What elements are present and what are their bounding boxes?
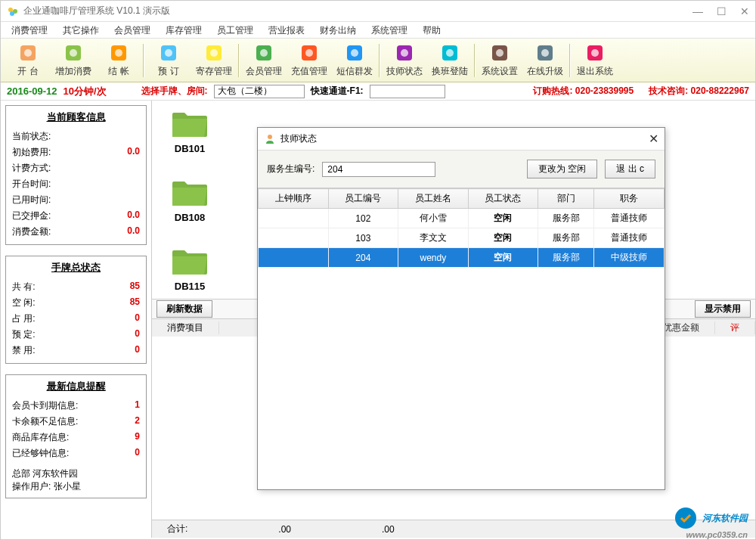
toolbar-预订[interactable]: 预 订 — [146, 40, 191, 81]
toolbar-icon — [17, 42, 39, 64]
toolbar-结帐[interactable]: 结 帐 — [96, 40, 141, 81]
toolbar-icon — [203, 42, 225, 64]
dialog-icon — [264, 133, 276, 145]
minimize-button[interactable]: — — [692, 5, 703, 17]
toolbar-icon — [439, 42, 460, 64]
toolbar-icon — [253, 42, 274, 64]
menu-帮助[interactable]: 帮助 — [415, 22, 448, 38]
toolbar-系统设置[interactable]: 系统设置 — [477, 40, 522, 81]
toolbar-短信群发[interactable]: 短信群发 — [332, 40, 377, 81]
toolbar-icon — [584, 42, 606, 64]
toolbar-会员管理[interactable]: 会员管理 — [241, 40, 287, 81]
show-banned-button[interactable]: 显示禁用 — [695, 300, 751, 318]
svg-point-12 — [210, 49, 218, 57]
status-title: 手牌总状态 — [12, 261, 140, 275]
dialog-close-button[interactable]: ✕ — [649, 132, 658, 146]
dialog-table: 上钟顺序员工编号员工姓名员工状态部门职务 102何小雪空闲服务部普通技师103李… — [258, 188, 665, 489]
table-row[interactable]: 102何小雪空闲服务部普通技师 — [259, 209, 665, 228]
change-status-button[interactable]: 更改为 空闲 — [527, 160, 597, 178]
info-row: 卡余额不足信息:2 — [12, 414, 140, 430]
toolbar-退出系统[interactable]: 退出系统 — [572, 40, 618, 81]
col-header[interactable]: 员工姓名 — [398, 189, 469, 209]
col-rating: 评 — [715, 321, 755, 334]
window-controls: — ☐ ✕ — [692, 5, 749, 17]
menu-会员管理[interactable]: 会员管理 — [107, 22, 158, 38]
menu-其它操作[interactable]: 其它操作 — [55, 22, 107, 38]
tech-support: 技术咨询: 020-88222967 — [649, 85, 749, 98]
toolbar-换班登陆[interactable]: 换班登陆 — [427, 40, 472, 81]
staff-id-input[interactable] — [322, 162, 435, 177]
watermark: 河东软件园 www.pc0359.cn — [674, 506, 748, 530]
toolbar: 开 台增加消费结 帐预 订寄存管理会员管理充值管理短信群发技师状态换班登陆系统设… — [1, 39, 755, 82]
customer-info-box: 当前顾客信息 当前状态:初始费用:0.0计费方式:开台时间:已用时间:已交押金:… — [5, 105, 147, 245]
refresh-freq: 10分钟/次 — [64, 85, 107, 98]
staff-id-label: 服务生编号: — [267, 163, 314, 175]
folder-icon — [171, 246, 209, 276]
app-icon — [7, 5, 19, 17]
room-input[interactable] — [214, 85, 305, 98]
info-row: 当前状态: — [12, 129, 140, 144]
detail-footer: 合计: .00 .00 — [152, 520, 755, 538]
info-row: 已交押金:0.0 — [12, 208, 140, 224]
refresh-button[interactable]: 刷新数据 — [156, 300, 212, 318]
alert-box: 最新信息提醒 会员卡到期信息:1卡余额不足信息:2商品库存信息:9已经够钟信息:… — [5, 374, 147, 498]
info-row: 禁 用:0 — [12, 343, 140, 358]
toolbar-寄存管理[interactable]: 寄存管理 — [191, 40, 237, 81]
svg-point-28 — [591, 49, 599, 57]
svg-point-8 — [115, 49, 122, 57]
quick-label: 快速通道-F1: — [311, 85, 364, 98]
svg-point-2 — [10, 11, 14, 16]
table-row[interactable]: 103李文文空闲服务部普通技师 — [259, 228, 665, 248]
col-header[interactable]: 上钟顺序 — [259, 189, 329, 209]
col-header[interactable]: 职务 — [594, 189, 665, 209]
status-rows: 共 有:85空 闲:85占 用:0预 定:0禁 用:0 — [12, 279, 140, 358]
svg-point-4 — [24, 49, 32, 57]
menu-消费管理[interactable]: 消费管理 — [4, 22, 55, 38]
room-DB101[interactable]: DB101 — [160, 108, 220, 154]
menu-员工管理[interactable]: 员工管理 — [209, 22, 261, 38]
info-row: 消费金额:0.0 — [12, 224, 140, 240]
select-room-label: 选择手牌、房间: — [141, 85, 208, 98]
dialog-form: 服务生编号: 更改为 空闲 退 出 c — [258, 151, 665, 188]
toolbar-技师状态[interactable]: 技师状态 — [382, 40, 427, 81]
info-row: 空 闲:85 — [12, 295, 140, 311]
svg-point-18 — [351, 49, 358, 57]
folder-icon — [171, 108, 209, 138]
folder-icon — [171, 177, 209, 207]
menu-财务出纳[interactable]: 财务出纳 — [312, 22, 364, 38]
table-row[interactable]: 204wendy空闲服务部中级技师 — [259, 248, 665, 268]
toolbar-开台[interactable]: 开 台 — [5, 40, 51, 81]
col-header[interactable]: 部门 — [538, 189, 594, 209]
alert-title: 最新信息提醒 — [12, 380, 140, 393]
toolbar-icon — [344, 42, 365, 64]
menu-系统管理[interactable]: 系统管理 — [364, 22, 415, 38]
col-header[interactable]: 员工状态 — [468, 189, 538, 209]
toolbar-icon — [534, 42, 556, 64]
quick-input[interactable] — [370, 85, 445, 98]
menu-营业报表[interactable]: 营业报表 — [261, 22, 312, 38]
toolbar-增加消费[interactable]: 增加消费 — [51, 40, 96, 81]
info-row: 占 用:0 — [12, 311, 140, 327]
info-row: 会员卡到期信息:1 — [12, 398, 140, 414]
customer-info-title: 当前顾客信息 — [12, 110, 140, 124]
svg-point-30 — [268, 135, 272, 139]
hotline-label: 订购热线: 020-23839995 — [533, 85, 634, 98]
toolbar-icon — [63, 42, 84, 64]
toolbar-在线升级[interactable]: 在线升级 — [522, 40, 568, 81]
col-header[interactable]: 员工编号 — [328, 189, 398, 209]
alert-rows: 会员卡到期信息:1卡余额不足信息:2商品库存信息:9已经够钟信息:0 — [12, 398, 140, 461]
left-panel: 当前顾客信息 当前状态:初始费用:0.0计费方式:开台时间:已用时间:已交押金:… — [1, 101, 152, 538]
menu-库存管理[interactable]: 库存管理 — [158, 22, 209, 38]
info-row: 预 定:0 — [12, 327, 140, 343]
maximize-button[interactable]: ☐ — [717, 5, 727, 17]
svg-point-14 — [260, 49, 268, 57]
close-button[interactable]: ✕ — [740, 5, 749, 17]
room-DB115[interactable]: DB115 — [160, 246, 220, 292]
exit-button[interactable]: 退 出 c — [605, 160, 655, 178]
svg-point-6 — [70, 49, 77, 57]
toolbar-充值管理[interactable]: 充值管理 — [287, 40, 332, 81]
current-date: 2016-09-12 — [7, 85, 57, 97]
total-v1: .00 — [278, 524, 291, 535]
room-DB108[interactable]: DB108 — [160, 177, 220, 223]
toolbar-icon — [108, 42, 129, 64]
